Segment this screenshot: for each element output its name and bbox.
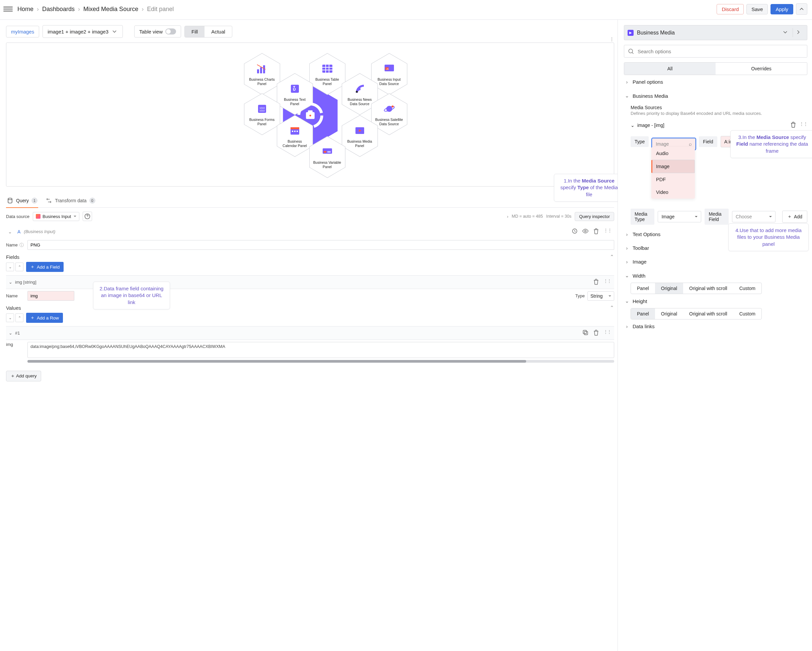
section-business-media[interactable]: ⌄Business Media <box>624 89 807 103</box>
width-custom[interactable]: Custom <box>733 283 762 294</box>
media-field-select[interactable]: Choose <box>732 211 775 222</box>
trash-icon[interactable] <box>592 227 600 236</box>
section-image[interactable]: ›Image <box>624 255 807 269</box>
text-panel-icon: ὗ <box>288 82 302 95</box>
tab-query[interactable]: Query 1 <box>6 194 38 207</box>
svg-point-51 <box>629 49 633 53</box>
media-source-item[interactable]: ⌄ image - [img] ⋮⋮ <box>630 119 807 131</box>
clock-icon[interactable] <box>571 227 579 236</box>
collapse-all-button[interactable]: ⌄ <box>6 263 14 271</box>
section-panel-options[interactable]: ›Panel options <box>624 75 807 89</box>
trash-icon[interactable] <box>592 329 600 338</box>
options-header[interactable]: ▶ Business Media <box>624 25 807 40</box>
field-type-select[interactable]: String <box>588 291 614 301</box>
width-original[interactable]: Original <box>655 283 683 294</box>
height-original-scroll[interactable]: Original with scroll <box>683 309 733 319</box>
kebab-icon[interactable]: ⋮ <box>607 35 616 43</box>
chevron-down-icon[interactable] <box>780 28 791 37</box>
table-view-toggle[interactable]: Table view <box>134 26 181 38</box>
type-option-video[interactable]: Video <box>651 186 695 199</box>
field-name-label: Name <box>6 293 25 298</box>
width-panel[interactable]: Panel <box>631 283 655 294</box>
drag-handle-icon[interactable]: ⋮⋮ <box>799 121 807 129</box>
section-width[interactable]: ⌄Width <box>624 269 807 283</box>
section-text-options[interactable]: ›Text Options <box>624 228 807 241</box>
chevron-up-icon[interactable]: ⌃ <box>610 254 614 260</box>
chevron-up-icon[interactable]: ⌃ <box>610 305 614 311</box>
save-button[interactable]: Save <box>746 4 768 14</box>
add-field-button[interactable]: ＋ Add a Field <box>26 262 64 272</box>
add-row-button[interactable]: ＋ Add a Row <box>26 313 63 323</box>
ds-help-icon[interactable] <box>83 212 92 221</box>
collapse-all-button[interactable]: ⌄ <box>6 313 14 322</box>
section-data-links[interactable]: ›Data links <box>624 319 807 333</box>
breadcrumb: Home › Dashboards › Mixed Media Source ›… <box>17 6 174 13</box>
input-ds-icon: JS <box>383 62 396 75</box>
crumb-dashboard-name[interactable]: Mixed Media Source <box>83 6 138 13</box>
hex-label: Business Charts Panel <box>247 77 277 86</box>
svg-point-23 <box>356 91 358 93</box>
menu-icon[interactable] <box>3 5 13 14</box>
eye-icon[interactable] <box>582 227 589 236</box>
query-inspector-button[interactable]: Query inspector <box>575 212 614 221</box>
top-actions: Discard Save Apply <box>717 3 807 15</box>
panel-subtitle-pill[interactable]: image1 + image2 + image3 <box>43 25 123 38</box>
height-original[interactable]: Original <box>655 309 683 319</box>
chevron-right-icon[interactable] <box>792 28 804 37</box>
options-pane: ▶ Business Media All Overrides ›Panel op… <box>618 20 812 651</box>
ds-icon <box>36 214 41 219</box>
tab-overrides[interactable]: Overrides <box>716 63 807 75</box>
hex-label: Business Media Panel <box>345 139 374 148</box>
ds-select[interactable]: Business Input <box>33 212 79 221</box>
query-name-input[interactable] <box>27 240 614 250</box>
add-query-button[interactable]: ＋ Add query <box>6 371 41 381</box>
drag-handle-icon[interactable]: ⋮⋮ <box>603 329 612 338</box>
height-panel[interactable]: Panel <box>631 309 655 319</box>
info-icon[interactable]: ⓘ <box>20 242 24 248</box>
drag-handle-icon[interactable]: ⋮⋮ <box>603 227 612 236</box>
height-custom[interactable]: Custom <box>733 309 762 319</box>
trash-icon[interactable] <box>592 278 600 287</box>
seg-actual[interactable]: Actual <box>205 26 232 37</box>
trash-icon[interactable] <box>790 121 797 129</box>
field-name-input[interactable] <box>27 291 74 301</box>
svg-rect-6 <box>257 69 259 73</box>
hex-label: Business Text Panel <box>280 98 310 106</box>
chevron-down-icon[interactable]: ⌄ <box>8 229 12 234</box>
expand-all-button[interactable]: ⌃ <box>15 313 23 322</box>
discard-button[interactable]: Discard <box>717 4 744 14</box>
field-select[interactable]: A:img <box>720 136 807 147</box>
seg-fill[interactable]: Fill <box>185 26 205 37</box>
drag-handle-icon[interactable]: ⋮⋮ <box>603 278 612 287</box>
section-toolbar[interactable]: ›Toolbar <box>624 241 807 255</box>
svg-text:1010: 1010 <box>259 107 265 109</box>
add-media-source-button[interactable]: ＋ Add <box>782 211 807 223</box>
expand-all-button[interactable]: ⌃ <box>15 263 23 271</box>
type-option-pdf[interactable]: PDF <box>651 173 695 186</box>
chevron-down-icon[interactable]: ⌄ <box>9 330 12 336</box>
width-original-scroll[interactable]: Original with scroll <box>683 283 733 294</box>
ds-label: Data source <box>6 214 29 219</box>
type-option-image[interactable]: Image <box>651 160 695 173</box>
crumb-dashboards[interactable]: Dashboards <box>42 6 75 13</box>
section-height[interactable]: ⌄Height <box>624 294 807 308</box>
crumb-home[interactable]: Home <box>17 6 34 13</box>
search-input[interactable] <box>637 48 804 55</box>
media-type-select[interactable]: Image <box>658 211 701 222</box>
value-row-label: #1 <box>15 330 20 336</box>
copy-icon[interactable] <box>582 329 589 338</box>
img-value-textarea[interactable]: data:image/png;base64,iVBORw0KGgoAAAANSU… <box>27 342 614 358</box>
scrollbar[interactable] <box>27 360 614 363</box>
tab-transform[interactable]: Transform data 0 <box>45 194 96 207</box>
tab-all[interactable]: All <box>624 63 716 75</box>
type-option-audio[interactable]: Audio <box>651 147 695 160</box>
field-label: Field <box>699 136 717 147</box>
svg-text:JS: JS <box>386 68 389 70</box>
panel-title-pill[interactable]: myImages <box>6 26 39 38</box>
chevron-down-icon[interactable]: ⌄ <box>9 280 12 285</box>
collapse-icon[interactable] <box>796 3 807 15</box>
search-options[interactable] <box>624 45 807 58</box>
img-label: img <box>6 342 25 347</box>
apply-button[interactable]: Apply <box>771 4 793 14</box>
chevron-right-icon[interactable]: › <box>507 214 508 219</box>
